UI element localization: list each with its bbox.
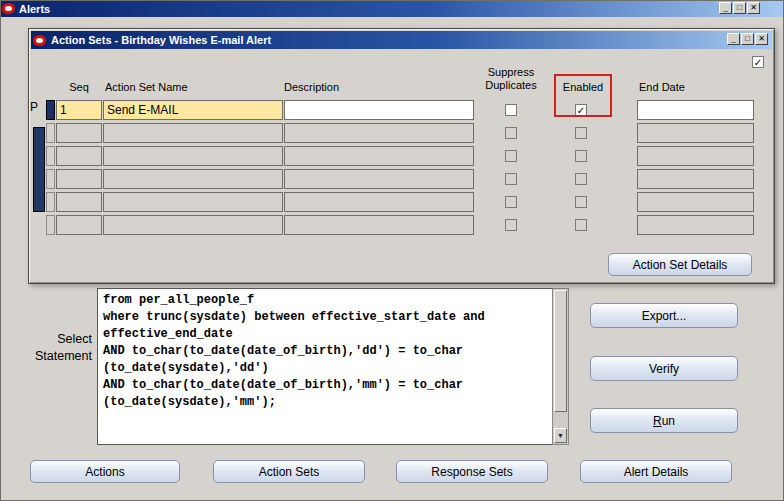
background-artifact-box [33,127,45,212]
action-set-name-field[interactable] [103,146,283,166]
background-artifact-label: P [30,100,38,114]
enabled-focus-ring [554,74,612,117]
seq-field[interactable] [56,146,102,166]
enabled-checkbox[interactable] [575,150,587,162]
window-titlebar[interactable]: Alerts _ □ ✕ [0,0,784,17]
enabled-checkbox[interactable] [575,127,587,139]
select-statement-label-line2: Statement [30,348,92,365]
action-set-row [29,215,774,235]
description-field[interactable] [284,192,474,212]
action-set-row [29,169,774,189]
oracle-logo-icon [2,3,15,14]
select-statement-textarea[interactable]: from per_all_people_f where trunc(sysdat… [97,288,553,445]
suppress-duplicates-checkbox[interactable] [505,196,517,208]
response-sets-button[interactable]: Response Sets [396,460,548,483]
row-selector[interactable] [46,215,55,235]
description-field[interactable] [284,100,474,120]
end-date-field[interactable] [637,146,754,166]
action-set-row [29,146,774,166]
sql-scrollbar[interactable]: ▼ [552,288,569,445]
export-button[interactable]: Export... [590,303,738,328]
suppress-duplicates-checkbox[interactable] [505,219,517,231]
scrollbar-down-button[interactable]: ▼ [554,428,567,443]
window-controls: _ □ ✕ [719,2,760,14]
action-set-row: 1Send E-MAIL✓ [29,100,774,120]
select-statement-label: Select Statement [30,331,92,365]
row-selector[interactable] [46,169,55,189]
actions-button[interactable]: Actions [30,460,180,483]
action-set-rows: 1Send E-MAIL✓ [29,29,774,283]
end-date-field[interactable] [637,215,754,235]
action-set-row [29,123,774,143]
enabled-checkbox[interactable] [575,196,587,208]
window-title: Alerts [19,3,50,15]
seq-field[interactable]: 1 [56,100,102,120]
row-selector[interactable] [46,192,55,212]
row-selector[interactable] [46,100,55,120]
seq-field[interactable] [56,123,102,143]
verify-button[interactable]: Verify [590,356,738,381]
action-set-name-field[interactable] [103,123,283,143]
suppress-duplicates-checkbox[interactable] [505,150,517,162]
action-set-name-field[interactable]: Send E-MAIL [103,100,283,120]
action-set-row [29,192,774,212]
seq-field[interactable] [56,215,102,235]
alert-details-button[interactable]: Alert Details [580,460,732,483]
scrollbar-thumb[interactable] [554,290,567,412]
end-date-field[interactable] [637,192,754,212]
row-selector[interactable] [46,146,55,166]
action-sets-dialog: Action Sets - Birthday Wishes E-mail Ale… [28,28,775,284]
maximize-button[interactable]: □ [733,2,746,14]
seq-field[interactable] [56,169,102,189]
description-field[interactable] [284,215,474,235]
action-set-name-field[interactable] [103,215,283,235]
end-date-field[interactable] [637,123,754,143]
enabled-checkbox[interactable] [575,219,587,231]
suppress-duplicates-checkbox[interactable] [505,127,517,139]
action-set-name-field[interactable] [103,192,283,212]
suppress-duplicates-checkbox[interactable] [505,104,517,116]
end-date-field[interactable] [637,100,754,120]
minimize-button[interactable]: _ [719,2,732,14]
select-statement-label-line1: Select [30,331,92,348]
close-button[interactable]: ✕ [747,2,760,14]
action-set-name-field[interactable] [103,169,283,189]
suppress-duplicates-checkbox[interactable] [505,173,517,185]
row-selector[interactable] [46,123,55,143]
action-sets-button[interactable]: Action Sets [213,460,365,483]
end-date-field[interactable] [637,169,754,189]
action-set-details-button[interactable]: Action Set Details [608,253,752,276]
description-field[interactable] [284,123,474,143]
description-field[interactable] [284,169,474,189]
run-button[interactable]: Run [590,408,738,433]
description-field[interactable] [284,146,474,166]
seq-field[interactable] [56,192,102,212]
enabled-checkbox[interactable] [575,173,587,185]
